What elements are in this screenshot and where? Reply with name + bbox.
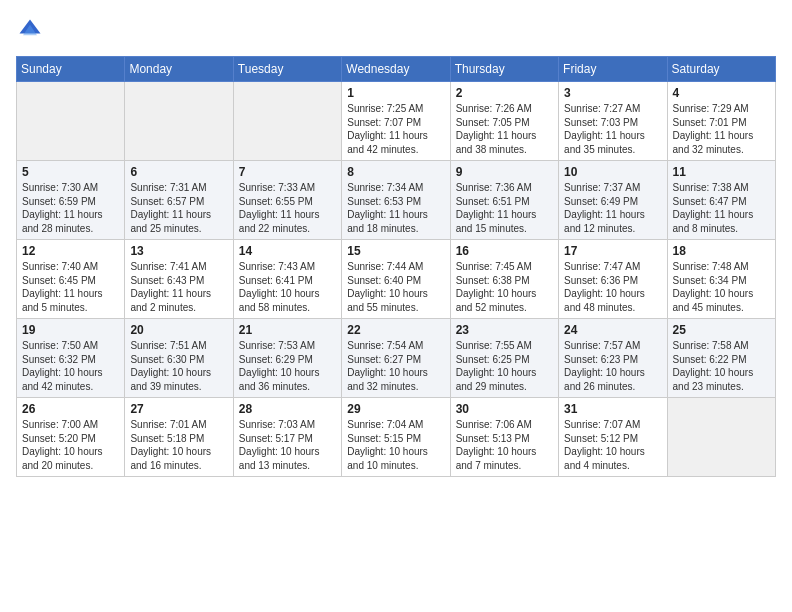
day-info: Sunrise: 7:34 AM Sunset: 6:53 PM Dayligh… bbox=[347, 181, 444, 235]
day-number: 22 bbox=[347, 323, 444, 337]
day-header-monday: Monday bbox=[125, 57, 233, 82]
day-info: Sunrise: 7:45 AM Sunset: 6:38 PM Dayligh… bbox=[456, 260, 553, 314]
calendar-cell bbox=[17, 82, 125, 161]
day-number: 7 bbox=[239, 165, 336, 179]
day-number: 19 bbox=[22, 323, 119, 337]
day-number: 4 bbox=[673, 86, 770, 100]
day-info: Sunrise: 7:07 AM Sunset: 5:12 PM Dayligh… bbox=[564, 418, 661, 472]
day-number: 10 bbox=[564, 165, 661, 179]
day-number: 9 bbox=[456, 165, 553, 179]
day-info: Sunrise: 7:00 AM Sunset: 5:20 PM Dayligh… bbox=[22, 418, 119, 472]
day-header-wednesday: Wednesday bbox=[342, 57, 450, 82]
day-number: 21 bbox=[239, 323, 336, 337]
calendar-cell: 10Sunrise: 7:37 AM Sunset: 6:49 PM Dayli… bbox=[559, 161, 667, 240]
calendar-cell: 3Sunrise: 7:27 AM Sunset: 7:03 PM Daylig… bbox=[559, 82, 667, 161]
day-info: Sunrise: 7:51 AM Sunset: 6:30 PM Dayligh… bbox=[130, 339, 227, 393]
day-header-friday: Friday bbox=[559, 57, 667, 82]
day-info: Sunrise: 7:50 AM Sunset: 6:32 PM Dayligh… bbox=[22, 339, 119, 393]
calendar-cell: 18Sunrise: 7:48 AM Sunset: 6:34 PM Dayli… bbox=[667, 240, 775, 319]
calendar-cell: 9Sunrise: 7:36 AM Sunset: 6:51 PM Daylig… bbox=[450, 161, 558, 240]
day-info: Sunrise: 7:55 AM Sunset: 6:25 PM Dayligh… bbox=[456, 339, 553, 393]
day-number: 29 bbox=[347, 402, 444, 416]
day-info: Sunrise: 7:38 AM Sunset: 6:47 PM Dayligh… bbox=[673, 181, 770, 235]
day-info: Sunrise: 7:27 AM Sunset: 7:03 PM Dayligh… bbox=[564, 102, 661, 156]
calendar-cell: 5Sunrise: 7:30 AM Sunset: 6:59 PM Daylig… bbox=[17, 161, 125, 240]
day-number: 24 bbox=[564, 323, 661, 337]
day-number: 15 bbox=[347, 244, 444, 258]
day-info: Sunrise: 7:44 AM Sunset: 6:40 PM Dayligh… bbox=[347, 260, 444, 314]
day-number: 14 bbox=[239, 244, 336, 258]
calendar-week-row: 12Sunrise: 7:40 AM Sunset: 6:45 PM Dayli… bbox=[17, 240, 776, 319]
calendar-cell: 1Sunrise: 7:25 AM Sunset: 7:07 PM Daylig… bbox=[342, 82, 450, 161]
calendar-cell: 15Sunrise: 7:44 AM Sunset: 6:40 PM Dayli… bbox=[342, 240, 450, 319]
day-info: Sunrise: 7:37 AM Sunset: 6:49 PM Dayligh… bbox=[564, 181, 661, 235]
day-number: 25 bbox=[673, 323, 770, 337]
day-info: Sunrise: 7:57 AM Sunset: 6:23 PM Dayligh… bbox=[564, 339, 661, 393]
calendar-week-row: 5Sunrise: 7:30 AM Sunset: 6:59 PM Daylig… bbox=[17, 161, 776, 240]
day-number: 6 bbox=[130, 165, 227, 179]
day-info: Sunrise: 7:53 AM Sunset: 6:29 PM Dayligh… bbox=[239, 339, 336, 393]
day-info: Sunrise: 7:48 AM Sunset: 6:34 PM Dayligh… bbox=[673, 260, 770, 314]
calendar-cell: 16Sunrise: 7:45 AM Sunset: 6:38 PM Dayli… bbox=[450, 240, 558, 319]
day-number: 1 bbox=[347, 86, 444, 100]
day-info: Sunrise: 7:30 AM Sunset: 6:59 PM Dayligh… bbox=[22, 181, 119, 235]
calendar-header-row: SundayMondayTuesdayWednesdayThursdayFrid… bbox=[17, 57, 776, 82]
day-number: 27 bbox=[130, 402, 227, 416]
day-number: 31 bbox=[564, 402, 661, 416]
day-number: 3 bbox=[564, 86, 661, 100]
day-info: Sunrise: 7:06 AM Sunset: 5:13 PM Dayligh… bbox=[456, 418, 553, 472]
calendar-cell: 28Sunrise: 7:03 AM Sunset: 5:17 PM Dayli… bbox=[233, 398, 341, 477]
calendar-cell: 27Sunrise: 7:01 AM Sunset: 5:18 PM Dayli… bbox=[125, 398, 233, 477]
day-number: 23 bbox=[456, 323, 553, 337]
calendar-cell: 12Sunrise: 7:40 AM Sunset: 6:45 PM Dayli… bbox=[17, 240, 125, 319]
calendar-cell: 14Sunrise: 7:43 AM Sunset: 6:41 PM Dayli… bbox=[233, 240, 341, 319]
day-info: Sunrise: 7:25 AM Sunset: 7:07 PM Dayligh… bbox=[347, 102, 444, 156]
day-number: 5 bbox=[22, 165, 119, 179]
day-info: Sunrise: 7:40 AM Sunset: 6:45 PM Dayligh… bbox=[22, 260, 119, 314]
calendar-cell: 25Sunrise: 7:58 AM Sunset: 6:22 PM Dayli… bbox=[667, 319, 775, 398]
day-info: Sunrise: 7:33 AM Sunset: 6:55 PM Dayligh… bbox=[239, 181, 336, 235]
calendar-week-row: 26Sunrise: 7:00 AM Sunset: 5:20 PM Dayli… bbox=[17, 398, 776, 477]
day-number: 13 bbox=[130, 244, 227, 258]
calendar-cell: 20Sunrise: 7:51 AM Sunset: 6:30 PM Dayli… bbox=[125, 319, 233, 398]
day-number: 16 bbox=[456, 244, 553, 258]
calendar-cell bbox=[125, 82, 233, 161]
day-header-tuesday: Tuesday bbox=[233, 57, 341, 82]
day-info: Sunrise: 7:04 AM Sunset: 5:15 PM Dayligh… bbox=[347, 418, 444, 472]
page-header bbox=[16, 16, 776, 44]
day-info: Sunrise: 7:29 AM Sunset: 7:01 PM Dayligh… bbox=[673, 102, 770, 156]
calendar-cell: 19Sunrise: 7:50 AM Sunset: 6:32 PM Dayli… bbox=[17, 319, 125, 398]
calendar-cell: 29Sunrise: 7:04 AM Sunset: 5:15 PM Dayli… bbox=[342, 398, 450, 477]
calendar-cell: 6Sunrise: 7:31 AM Sunset: 6:57 PM Daylig… bbox=[125, 161, 233, 240]
calendar-cell: 24Sunrise: 7:57 AM Sunset: 6:23 PM Dayli… bbox=[559, 319, 667, 398]
day-number: 20 bbox=[130, 323, 227, 337]
day-header-sunday: Sunday bbox=[17, 57, 125, 82]
day-number: 17 bbox=[564, 244, 661, 258]
day-info: Sunrise: 7:47 AM Sunset: 6:36 PM Dayligh… bbox=[564, 260, 661, 314]
day-number: 11 bbox=[673, 165, 770, 179]
calendar-cell: 13Sunrise: 7:41 AM Sunset: 6:43 PM Dayli… bbox=[125, 240, 233, 319]
calendar-cell: 17Sunrise: 7:47 AM Sunset: 6:36 PM Dayli… bbox=[559, 240, 667, 319]
day-info: Sunrise: 7:26 AM Sunset: 7:05 PM Dayligh… bbox=[456, 102, 553, 156]
day-info: Sunrise: 7:41 AM Sunset: 6:43 PM Dayligh… bbox=[130, 260, 227, 314]
calendar-table: SundayMondayTuesdayWednesdayThursdayFrid… bbox=[16, 56, 776, 477]
calendar-cell: 2Sunrise: 7:26 AM Sunset: 7:05 PM Daylig… bbox=[450, 82, 558, 161]
calendar-cell: 8Sunrise: 7:34 AM Sunset: 6:53 PM Daylig… bbox=[342, 161, 450, 240]
calendar-cell: 11Sunrise: 7:38 AM Sunset: 6:47 PM Dayli… bbox=[667, 161, 775, 240]
day-info: Sunrise: 7:54 AM Sunset: 6:27 PM Dayligh… bbox=[347, 339, 444, 393]
calendar-cell bbox=[233, 82, 341, 161]
day-info: Sunrise: 7:01 AM Sunset: 5:18 PM Dayligh… bbox=[130, 418, 227, 472]
day-number: 2 bbox=[456, 86, 553, 100]
day-number: 26 bbox=[22, 402, 119, 416]
day-number: 30 bbox=[456, 402, 553, 416]
day-header-thursday: Thursday bbox=[450, 57, 558, 82]
calendar-cell: 22Sunrise: 7:54 AM Sunset: 6:27 PM Dayli… bbox=[342, 319, 450, 398]
logo bbox=[16, 16, 48, 44]
calendar-cell bbox=[667, 398, 775, 477]
calendar-week-row: 19Sunrise: 7:50 AM Sunset: 6:32 PM Dayli… bbox=[17, 319, 776, 398]
calendar-cell: 7Sunrise: 7:33 AM Sunset: 6:55 PM Daylig… bbox=[233, 161, 341, 240]
day-info: Sunrise: 7:31 AM Sunset: 6:57 PM Dayligh… bbox=[130, 181, 227, 235]
day-info: Sunrise: 7:43 AM Sunset: 6:41 PM Dayligh… bbox=[239, 260, 336, 314]
calendar-cell: 21Sunrise: 7:53 AM Sunset: 6:29 PM Dayli… bbox=[233, 319, 341, 398]
day-number: 18 bbox=[673, 244, 770, 258]
